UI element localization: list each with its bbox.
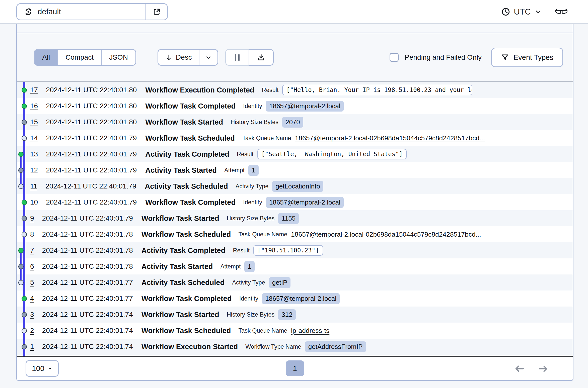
event-attr-label: Identity [243, 103, 262, 110]
event-id-link[interactable]: 17 [30, 86, 38, 94]
event-row[interactable]: 3 2024-12-11 UTC 22:40:01.74 Workflow Ta… [17, 307, 573, 323]
labs-mode-button[interactable] [555, 6, 568, 18]
event-status-dot [18, 168, 24, 173]
sort-dropdown-button[interactable] [199, 50, 217, 65]
event-attr-value: 18657@temporal-2.local [266, 197, 344, 208]
event-attr-label: Attempt [220, 263, 241, 270]
arrow-down-icon [165, 54, 172, 61]
event-attr-label: Result [233, 247, 250, 254]
event-attr-label: Task Queue Name [238, 231, 287, 238]
pause-download-controls [225, 49, 274, 66]
event-attr-label: Result [262, 87, 279, 93]
event-name: Activity Task Started [141, 262, 213, 271]
event-attr-label: Result [237, 151, 254, 158]
event-id-link[interactable]: 9 [30, 214, 34, 222]
event-status-dot [18, 280, 24, 285]
event-id-link[interactable]: 14 [30, 134, 38, 142]
arrow-right-icon [538, 363, 549, 374]
event-attr-value: 2070 [282, 117, 303, 128]
event-id-link[interactable]: 15 [30, 118, 38, 126]
event-row[interactable]: 9 2024-12-11 UTC 22:40:01.79 Workflow Ta… [17, 210, 573, 226]
event-types-button[interactable]: Event Types [491, 48, 563, 67]
event-name: Workflow Task Scheduled [141, 230, 231, 239]
event-id-link[interactable]: 7 [30, 246, 34, 254]
namespace-switcher[interactable]: default [16, 3, 168, 20]
event-types-label: Event Types [513, 53, 553, 62]
event-row[interactable]: 7 2024-12-11 UTC 22:40:01.78 Activity Ta… [17, 242, 573, 258]
event-name: Workflow Execution Completed [145, 86, 254, 94]
event-row[interactable]: 1 2024-12-11 UTC 22:40:01.74 Workflow Ex… [17, 339, 573, 355]
event-attr-label: History Size Bytes [231, 119, 278, 126]
open-namespace-button[interactable] [145, 4, 167, 20]
event-id-link[interactable]: 10 [30, 198, 38, 206]
event-attr-value: ip-address-ts [291, 327, 329, 335]
event-status-dot [22, 136, 27, 141]
event-row[interactable]: 16 2024-12-11 UTC 22:40:01.80 Workflow T… [17, 98, 573, 114]
sort-order-label: Desc [176, 53, 192, 61]
event-timestamp: 2024-12-11 UTC 22:40:01.78 [42, 246, 133, 254]
event-row[interactable]: 2 2024-12-11 UTC 22:40:01.74 Workflow Ta… [17, 323, 573, 339]
namespace-icon [24, 7, 33, 17]
event-row[interactable]: 4 2024-12-11 UTC 22:40:01.77 Workflow Ta… [17, 290, 573, 307]
event-status-dot [18, 264, 24, 269]
view-mode-tabs: All Compact JSON [34, 49, 136, 66]
event-row[interactable]: 10 2024-12-11 UTC 22:40:01.79 Workflow T… [17, 194, 573, 210]
pagination-bar: 100 1 [17, 357, 573, 380]
event-row[interactable]: 15 2024-12-11 UTC 22:40:01.80 Workflow T… [17, 114, 573, 130]
event-id-link[interactable]: 6 [30, 262, 34, 270]
event-id-link[interactable]: 12 [30, 166, 38, 174]
next-page-button[interactable] [538, 363, 549, 374]
event-timestamp: 2024-12-11 UTC 22:40:01.79 [45, 182, 136, 190]
event-id-link[interactable]: 3 [30, 311, 34, 319]
pause-icon [235, 54, 240, 61]
tab-all[interactable]: All [35, 50, 57, 65]
event-id-link[interactable]: 16 [30, 102, 38, 110]
event-id-link[interactable]: 8 [30, 230, 34, 238]
event-status-dot [22, 296, 27, 301]
event-attr-label: Activity Type [232, 279, 265, 286]
event-attr-label: Attempt [224, 167, 245, 174]
namespace-current[interactable]: default [17, 4, 145, 20]
tab-json[interactable]: JSON [101, 50, 135, 65]
page-size-select[interactable]: 100 [26, 360, 59, 377]
timezone-button[interactable]: UTC [501, 4, 542, 20]
chevron-down-icon [205, 54, 212, 61]
event-row[interactable]: 17 2024-12-11 UTC 22:40:01.80 Workflow E… [17, 82, 573, 98]
event-name: Workflow Task Scheduled [141, 327, 231, 335]
event-timestamp: 2024-12-11 UTC 22:40:01.80 [46, 118, 137, 126]
event-row[interactable]: 6 2024-12-11 UTC 22:40:01.78 Activity Ta… [17, 258, 573, 274]
page-number-button[interactable]: 1 [286, 360, 304, 376]
clock-icon [501, 7, 510, 16]
event-id-link[interactable]: 2 [30, 327, 34, 335]
event-row[interactable]: 11 2024-12-11 UTC 22:40:01.79 Activity T… [17, 178, 573, 194]
event-id-link[interactable]: 13 [30, 150, 38, 158]
event-timestamp: 2024-12-11 UTC 22:40:01.79 [46, 198, 137, 206]
event-history-panel: All Compact JSON Desc [16, 24, 573, 381]
event-timestamp: 2024-12-11 UTC 22:40:01.74 [42, 311, 133, 319]
download-button[interactable] [249, 49, 274, 66]
event-row[interactable]: 5 2024-12-11 UTC 22:40:01.77 Activity Ta… [17, 274, 573, 290]
event-id-link[interactable]: 4 [30, 295, 34, 303]
event-timestamp: 2024-12-11 UTC 22:40:01.78 [42, 230, 133, 238]
event-id-link[interactable]: 11 [30, 182, 37, 190]
tab-compact[interactable]: Compact [57, 50, 101, 65]
pending-failed-checkbox[interactable] [390, 53, 399, 62]
event-row[interactable]: 8 2024-12-11 UTC 22:40:01.78 Workflow Ta… [17, 226, 573, 242]
event-row[interactable]: 12 2024-12-11 UTC 22:40:01.79 Activity T… [17, 162, 573, 178]
event-name: Workflow Task Scheduled [145, 134, 235, 142]
sort-order-button[interactable]: Desc [158, 50, 199, 65]
event-row[interactable]: 13 2024-12-11 UTC 22:40:01.79 Activity T… [17, 146, 573, 162]
pause-button[interactable] [225, 49, 249, 66]
event-attr-value: 1 [244, 261, 254, 272]
event-row[interactable]: 14 2024-12-11 UTC 22:40:01.79 Workflow T… [17, 130, 573, 146]
event-id-link[interactable]: 1 [30, 343, 34, 351]
event-attr-value: 18657@temporal-2.local [262, 293, 340, 304]
event-name: Workflow Execution Started [141, 343, 238, 351]
event-id-link[interactable]: 5 [30, 278, 34, 286]
event-status-dot [22, 232, 27, 237]
toolbar-right-cluster: Pending and Failed Only Event Types [390, 48, 563, 67]
event-attr-value: 1155 [278, 213, 299, 224]
event-attr-value: ["Hello, Brian. Your IP is 198.51.100.23… [282, 85, 472, 95]
prev-page-button[interactable] [514, 363, 525, 374]
arrow-left-icon [514, 363, 525, 374]
